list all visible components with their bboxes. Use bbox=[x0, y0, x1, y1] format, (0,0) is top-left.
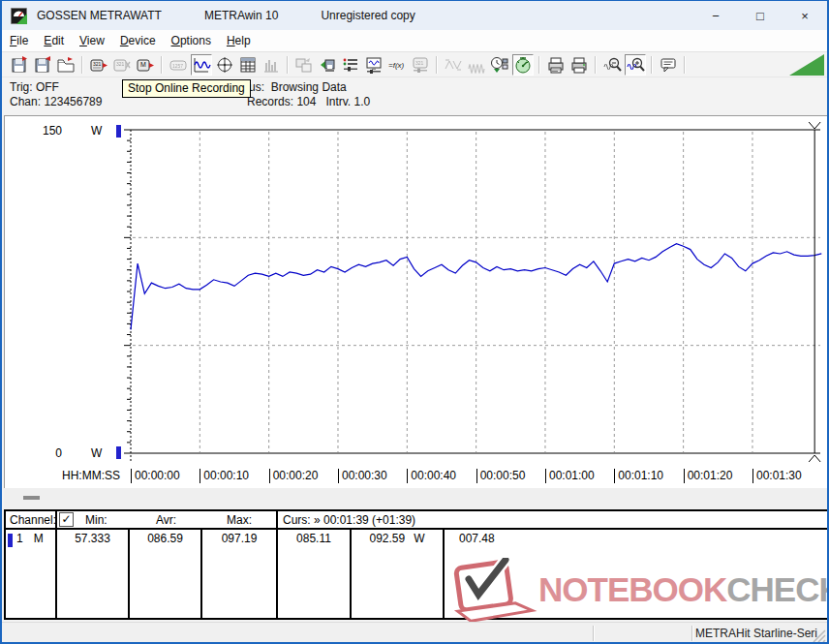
svg-text:321: 321 bbox=[93, 61, 102, 67]
device-memory-icon[interactable]: M bbox=[135, 54, 156, 76]
wave-dense-disabled-icon bbox=[466, 54, 487, 76]
time-scrollbar[interactable] bbox=[4, 488, 829, 508]
minimize-button[interactable]: − bbox=[693, 1, 738, 30]
col-min-header: ✓ Min: bbox=[57, 511, 130, 528]
col-channel-header: Channel: bbox=[6, 511, 57, 528]
menu-device[interactable]: Device bbox=[112, 31, 164, 50]
title-bar: GOSSEN METRAWATT METRAwin 10 Unregistere… bbox=[2, 1, 827, 30]
channel-number: 1 bbox=[16, 532, 23, 545]
formula-icon[interactable]: =f(x) bbox=[386, 54, 408, 76]
tooltip-stop-online-recording: Stop Online Recording bbox=[122, 79, 251, 98]
channel-visible-checkbox[interactable]: ✓ bbox=[59, 512, 74, 527]
toolbar-separator bbox=[684, 56, 686, 74]
cell-avr: 086.59 bbox=[130, 530, 202, 620]
col-max-header: Max: bbox=[202, 511, 278, 528]
analog-meter-icon[interactable] bbox=[214, 54, 235, 76]
channel-mode: M bbox=[34, 532, 44, 545]
x-axis-label: HH:MM:SS bbox=[62, 469, 120, 482]
menu-edit[interactable]: Edit bbox=[36, 31, 72, 50]
print-icon[interactable] bbox=[568, 54, 590, 76]
x-tick-label: 00:01:20 bbox=[684, 469, 733, 483]
watermark-text-primary: NOTEBOOK bbox=[538, 570, 726, 608]
title-license-status: Unregistered copy bbox=[321, 9, 414, 22]
status-bar-divider bbox=[593, 626, 595, 641]
read-device-disabled-icon: 321 bbox=[111, 54, 133, 76]
records-value: 104 bbox=[296, 95, 316, 108]
menu-help[interactable]: Help bbox=[219, 31, 259, 50]
title-app-name: GOSSEN METRAWATT bbox=[37, 9, 162, 22]
svg-text:321: 321 bbox=[415, 60, 424, 66]
col-cursor-header: Curs: » 00:01:39 (+01:39) bbox=[278, 511, 827, 528]
x-tick-label: 00:01:10 bbox=[614, 469, 663, 483]
notebookcheck-watermark: NOTEBOOKCHECK bbox=[445, 558, 829, 622]
green-triangle-decoration bbox=[789, 54, 824, 76]
save-file-icon[interactable] bbox=[9, 54, 30, 76]
status-value: Browsing Data bbox=[271, 80, 347, 94]
device-settings-disabled-icon: 321 bbox=[410, 54, 431, 76]
metrawin-window: GOSSEN METRAWATT METRAwin 10 Unregistere… bbox=[0, 0, 829, 644]
toolbar-separator bbox=[287, 56, 289, 74]
print-preview-icon[interactable] bbox=[545, 54, 567, 76]
records-label: Records: 104 Intrv. 1.0 bbox=[247, 95, 370, 108]
cursor1-bottom-marker[interactable] bbox=[116, 446, 121, 459]
channel-settings-icon[interactable] bbox=[340, 54, 361, 76]
store-device-icon[interactable] bbox=[317, 54, 338, 76]
maximize-button[interactable]: □ bbox=[738, 1, 783, 30]
toolbar-separator bbox=[81, 56, 83, 74]
x-tick-label: 00:00:30 bbox=[338, 469, 387, 483]
zoom-out-icon[interactable] bbox=[601, 54, 623, 76]
menu-options[interactable]: Options bbox=[164, 31, 219, 50]
trig-label: Trig: OFF bbox=[10, 80, 59, 94]
x-tick-label: 00:00:50 bbox=[476, 469, 526, 483]
cell-max: 097.19 bbox=[202, 530, 278, 620]
table-view-icon[interactable] bbox=[237, 54, 259, 76]
chan-value: 123456789 bbox=[44, 95, 102, 108]
x-tick-label: 00:00:10 bbox=[200, 469, 249, 483]
toolbar-separator bbox=[595, 56, 597, 74]
svg-text:M: M bbox=[140, 61, 146, 68]
open-folder-icon[interactable] bbox=[55, 54, 77, 76]
numeric-display-disabled-icon: 1257 bbox=[168, 54, 189, 76]
trig-value: OFF bbox=[36, 80, 59, 94]
status-label-partial: us: Browsing Data bbox=[249, 80, 347, 94]
cursor2-bottom-marker[interactable] bbox=[809, 455, 820, 462]
cursor-table-header: Channel: ✓ Min: Avr: Max: Curs: » 00:01:… bbox=[6, 511, 827, 530]
status-device-name: METRAHit Starline-Seri bbox=[695, 627, 817, 640]
cursor1-top-marker[interactable] bbox=[116, 125, 121, 138]
record-timer-icon[interactable] bbox=[489, 54, 510, 76]
x-tick-label: 00:00:00 bbox=[131, 469, 180, 483]
cursor2-top-marker[interactable] bbox=[809, 122, 820, 129]
zoom-in-icon[interactable] bbox=[625, 54, 646, 76]
title-product: METRAwin 10 bbox=[204, 9, 278, 22]
read-device-icon[interactable]: 321 bbox=[88, 54, 109, 76]
y-axis-unit-bottom: W bbox=[91, 446, 102, 460]
notebookcheck-laptop-icon bbox=[445, 558, 538, 622]
x-tick-label: 00:00:40 bbox=[407, 469, 456, 483]
status-bar-divider bbox=[691, 626, 693, 641]
chart-view-icon[interactable] bbox=[191, 54, 212, 76]
watermark-text-secondary: CHECK bbox=[726, 570, 829, 608]
online-monitor-icon[interactable] bbox=[363, 54, 384, 76]
online-record-icon[interactable] bbox=[512, 54, 534, 76]
menu-file[interactable]: File bbox=[2, 31, 36, 50]
menu-bar: FileEditViewDeviceOptionsHelp bbox=[2, 30, 827, 52]
interval-label: Intrv. bbox=[325, 95, 351, 108]
svg-text:1257: 1257 bbox=[172, 63, 183, 69]
waveform-chart[interactable] bbox=[4, 115, 829, 488]
save-file-as-icon[interactable] bbox=[32, 54, 53, 76]
y-axis-max-label: 150 bbox=[23, 124, 62, 138]
chan-label: Chan: 123456789 bbox=[10, 95, 102, 108]
cell-channel: 1 M bbox=[6, 530, 57, 620]
y-axis-unit-top: W bbox=[91, 124, 102, 138]
menu-view[interactable]: View bbox=[72, 31, 112, 50]
cursor-b-unit: W bbox=[414, 532, 424, 545]
comment-icon[interactable] bbox=[658, 54, 679, 76]
wave-overlay-disabled-icon bbox=[443, 54, 464, 76]
x-tick-label: 00:00:20 bbox=[269, 469, 319, 483]
time-scrollbar-thumb[interactable] bbox=[23, 496, 40, 500]
resize-grip[interactable] bbox=[813, 629, 826, 643]
close-button[interactable]: × bbox=[783, 1, 827, 30]
col-avr-header: Avr: bbox=[130, 511, 202, 528]
channel-color-indicator bbox=[8, 534, 13, 547]
app-icon bbox=[11, 8, 27, 24]
